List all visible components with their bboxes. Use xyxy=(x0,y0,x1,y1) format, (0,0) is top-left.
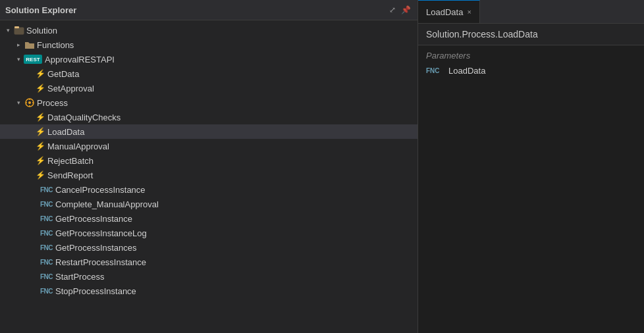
fnc-badge-gpis: FNC xyxy=(34,244,53,251)
fnc-badge-gpil: FNC xyxy=(34,230,53,237)
function-icon-getdata: ⚡ xyxy=(34,68,46,79)
tree-item-completemanualapproval[interactable]: FNC Complete_ManualApproval xyxy=(0,197,417,211)
leaf-cancel xyxy=(24,184,34,195)
sendreport-label: SendReport xyxy=(47,170,93,180)
getprocessinstance-label: GetProcessInstance xyxy=(55,214,132,224)
solution-explorer-title: Solution Explorer xyxy=(5,5,76,15)
leaf-gpis xyxy=(24,242,34,253)
getdata-label: GetData xyxy=(47,69,79,79)
tree-item-restartprocessinstance[interactable]: FNC RestartProcessInstance xyxy=(0,255,417,269)
leaf-gpil xyxy=(24,228,34,238)
expand-process xyxy=(13,97,24,108)
leaf-sendreport xyxy=(24,170,34,180)
fnc-badge-gpi: FNC xyxy=(34,215,53,222)
solution-label: Solution xyxy=(26,26,57,36)
tab-loaddata[interactable]: LoadData × xyxy=(418,0,480,23)
fnc-badge-start: FNC xyxy=(34,273,53,280)
tree-item-getprocessinstance[interactable]: FNC GetProcessInstance xyxy=(0,211,417,226)
detail-header: Solution.Process.LoadData xyxy=(418,24,644,45)
tree-item-startprocess[interactable]: FNC StartProcess xyxy=(0,269,417,284)
solution-explorer: Solution Explorer ⤢ 📌 Solution xyxy=(0,0,418,333)
completemanualapproval-label: Complete_ManualApproval xyxy=(55,199,159,209)
expand-solution xyxy=(3,25,13,36)
tree-item-cancelprocessinstance[interactable]: FNC CancelProcessInstance xyxy=(0,182,417,197)
tree-item-process[interactable]: Process xyxy=(0,95,417,110)
leaf-getdata xyxy=(24,68,34,79)
process-icon xyxy=(24,97,36,108)
tree-content: Solution Functions REST ApprovalRESTAPI … xyxy=(0,20,417,333)
expand-approvalrestapi xyxy=(13,54,24,64)
tree-item-getprocessinstances[interactable]: FNC GetProcessInstances xyxy=(0,240,417,255)
rest-icon: REST xyxy=(24,55,42,64)
header-icons: ⤢ 📌 xyxy=(388,4,412,16)
expand-functions xyxy=(13,39,24,50)
function-icon-rejectbatch: ⚡ xyxy=(34,155,46,166)
function-icon-sendreport: ⚡ xyxy=(34,170,46,180)
function-icon-setapproval: ⚡ xyxy=(34,83,46,93)
rejectbatch-label: RejectBatch xyxy=(47,156,94,166)
getprocessinstances-label: GetProcessInstances xyxy=(55,243,137,253)
pin-icon[interactable]: 📌 xyxy=(400,4,412,16)
folder-icon xyxy=(24,39,36,50)
getprocessinstancelog-label: GetProcessInstanceLog xyxy=(55,228,147,238)
solution-icon xyxy=(13,25,25,36)
tree-item-loaddata[interactable]: ⚡ LoadData xyxy=(0,124,417,139)
fnc-badge-cancel: FNC xyxy=(34,186,53,193)
function-icon-dqc: ⚡ xyxy=(34,112,46,122)
tree-item-functions[interactable]: Functions xyxy=(0,38,417,52)
fnc-badge-restart: FNC xyxy=(34,259,53,266)
svg-point-3 xyxy=(28,101,31,104)
leaf-restart xyxy=(24,257,34,267)
detail-panel: LoadData × Solution.Process.LoadData Par… xyxy=(418,0,644,333)
tree-item-approvalrestapi[interactable]: REST ApprovalRESTAPI xyxy=(0,52,417,66)
process-label: Process xyxy=(37,98,68,108)
tree-item-sendreport[interactable]: ⚡ SendReport xyxy=(0,168,417,182)
param-label-loaddata: LoadData xyxy=(448,66,485,76)
restartprocessinstance-label: RestartProcessInstance xyxy=(55,257,146,267)
stopprocessinstance-label: StopProcessInstance xyxy=(55,286,136,296)
tab-label: LoadData xyxy=(426,7,463,17)
tree-item-getprocessinstancelog[interactable]: FNC GetProcessInstanceLog xyxy=(0,226,417,240)
tab-close-button[interactable]: × xyxy=(467,8,471,16)
parameters-section: Parameters FNC LoadData xyxy=(418,45,644,82)
fnc-badge-stop: FNC xyxy=(34,288,53,295)
functions-label: Functions xyxy=(37,40,74,50)
solution-explorer-header: Solution Explorer ⤢ 📌 xyxy=(0,0,417,20)
leaf-loaddata xyxy=(24,126,34,137)
manualapproval-label: ManualApproval xyxy=(47,141,109,151)
leaf-setapproval xyxy=(24,83,34,93)
tree-item-solution[interactable]: Solution xyxy=(0,23,417,38)
tree-item-setapproval[interactable]: ⚡ SetApproval xyxy=(0,81,417,95)
leaf-complete xyxy=(24,199,34,209)
breadcrumb: Solution.Process.LoadData xyxy=(426,29,538,39)
param-row-loaddata: FNC LoadData xyxy=(426,64,636,77)
function-icon-manualapproval: ⚡ xyxy=(34,141,46,151)
dataqualitychecks-label: DataQualityChecks xyxy=(47,113,121,122)
leaf-gpi xyxy=(24,213,34,224)
parameters-label: Parameters xyxy=(426,51,636,61)
leaf-start xyxy=(24,271,34,282)
leaf-rejectbatch xyxy=(24,155,34,166)
cancelprocessinstance-label: CancelProcessInstance xyxy=(55,185,146,195)
approvalrestapi-label: ApprovalRESTAPI xyxy=(45,55,115,64)
svg-rect-0 xyxy=(14,28,24,34)
leaf-stop xyxy=(24,286,34,296)
startprocess-label: StartProcess xyxy=(55,272,104,282)
tree-item-manualapproval[interactable]: ⚡ ManualApproval xyxy=(0,139,417,153)
popout-icon[interactable]: ⤢ xyxy=(388,4,397,16)
svg-rect-1 xyxy=(14,26,19,28)
loaddata-label: LoadData xyxy=(47,127,84,137)
tree-item-dataqualitychecks[interactable]: ⚡ DataQualityChecks xyxy=(0,110,417,124)
tree-item-rejectbatch[interactable]: ⚡ RejectBatch xyxy=(0,153,417,168)
fnc-badge-complete: FNC xyxy=(34,201,53,208)
leaf-dqc xyxy=(24,112,34,122)
function-icon-loaddata: ⚡ xyxy=(34,126,46,137)
param-badge: FNC xyxy=(426,67,444,74)
tree-item-getdata[interactable]: ⚡ GetData xyxy=(0,66,417,81)
tree-item-stopprocessinstance[interactable]: FNC StopProcessInstance xyxy=(0,284,417,298)
leaf-manualapproval xyxy=(24,141,34,151)
setapproval-label: SetApproval xyxy=(47,84,94,93)
tab-bar: LoadData × xyxy=(418,0,644,24)
